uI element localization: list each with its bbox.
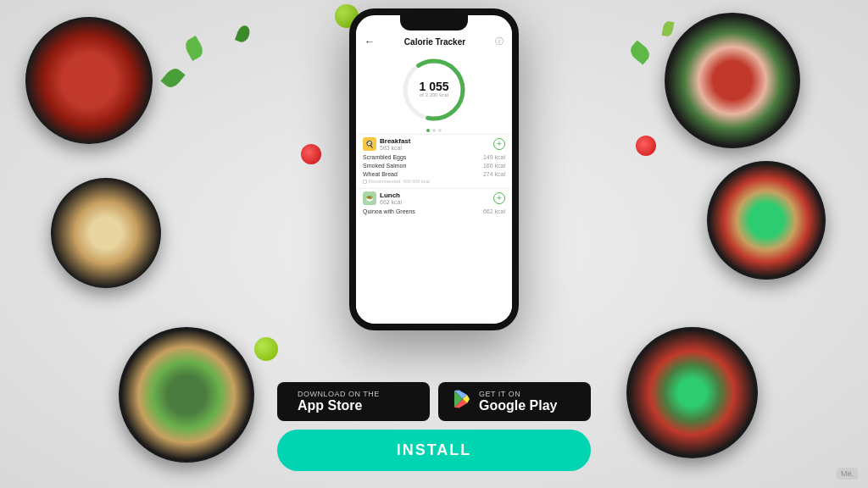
breakfast-name: Breakfast: [380, 137, 410, 145]
lunch-header: 🥗 Lunch 662 kcal +: [363, 191, 505, 205]
google-play-button[interactable]: GET IT ON Google Play: [438, 382, 591, 421]
lunch-icon: 🥗: [363, 191, 376, 205]
google-play-icon: [452, 389, 472, 414]
food-name-quinoa: Quinoa with Greens: [363, 208, 415, 214]
breakfast-add-button[interactable]: +: [493, 138, 505, 150]
calorie-circle-wrap: 1 055 of 2 200 kcal: [356, 51, 512, 127]
rec-checkbox: [363, 180, 367, 184]
food-bowl-top-right: [665, 13, 800, 148]
google-play-large-text: Google Play: [479, 398, 557, 413]
calorie-circle: 1 055 of 2 200 kcal: [400, 56, 468, 124]
calorie-sub-value: of 2 200 kcal: [419, 92, 448, 98]
phone-mockup: ← Calorie Tracker ⓘ 1 055 of 2 200 kcal: [349, 8, 519, 330]
lunch-section: 🥗 Lunch 662 kcal + Quinoa with Greens 66…: [356, 188, 512, 218]
bottom-cta-area: Download on the App Store GET IT ON Goog…: [256, 382, 612, 471]
food-kcal-bread: 274 kcal: [483, 171, 505, 177]
phone-screen: ← Calorie Tracker ⓘ 1 055 of 2 200 kcal: [356, 30, 512, 324]
lime-decor-2: [254, 337, 278, 361]
phone-body: ← Calorie Tracker ⓘ 1 055 of 2 200 kcal: [349, 8, 519, 330]
food-item-bread: Wheat Bread 274 kcal: [363, 169, 505, 178]
food-name-bread: Wheat Bread: [363, 171, 398, 177]
food-bowl-mid-right: [707, 161, 826, 280]
screen-title: Calorie Tracker: [404, 37, 465, 47]
calorie-text: 1 055 of 2 200 kcal: [419, 80, 448, 98]
back-arrow-icon: ←: [364, 36, 375, 47]
food-kcal-quinoa: 662 kcal: [483, 208, 505, 214]
breakfast-kcal: 583 kcal: [380, 145, 410, 151]
lunch-name: Lunch: [380, 191, 402, 199]
calorie-main-value: 1 055: [419, 80, 448, 92]
lunch-kcal: 662 kcal: [380, 199, 402, 205]
app-store-button[interactable]: Download on the App Store: [277, 382, 430, 421]
tomato-decor-2: [636, 136, 656, 156]
google-play-small-text: GET IT ON: [479, 390, 557, 398]
store-buttons-group: Download on the App Store GET IT ON Goog…: [277, 382, 591, 421]
food-name-eggs: Scrambled Eggs: [363, 154, 406, 160]
food-name-salmon: Smoked Salmon: [363, 163, 406, 169]
food-item-salmon: Smoked Salmon 160 kcal: [363, 161, 505, 169]
dot-3: [438, 129, 442, 132]
lunch-add-button[interactable]: +: [493, 192, 505, 204]
app-store-large-text: App Store: [298, 398, 380, 413]
food-item-eggs: Scrambled Eggs 149 kcal: [363, 152, 505, 161]
food-kcal-eggs: 149 kcal: [483, 154, 505, 160]
tomato-decor-1: [301, 144, 321, 164]
breakfast-section: 🍳 Breakfast 583 kcal + Scrambled Eggs 14…: [356, 134, 512, 188]
google-play-text: GET IT ON Google Play: [479, 390, 557, 413]
recommendation-text: Recommended: 400-500 kcal: [363, 178, 505, 186]
food-kcal-salmon: 160 kcal: [483, 163, 505, 169]
app-store-small-text: Download on the: [298, 390, 380, 398]
food-bowl-mid-left: [51, 178, 161, 288]
food-item-quinoa: Quinoa with Greens 662 kcal: [363, 207, 505, 215]
watermark: Me.: [837, 468, 858, 480]
breakfast-header: 🍳 Breakfast 583 kcal +: [363, 137, 505, 151]
dot-indicator: [356, 129, 512, 132]
dot-1: [426, 129, 430, 132]
lunch-title-group: 🥗 Lunch 662 kcal: [363, 191, 402, 205]
phone-notch: [400, 15, 468, 30]
app-store-text: Download on the App Store: [298, 390, 380, 413]
breakfast-title-group: 🍳 Breakfast 583 kcal: [363, 137, 410, 151]
screen-header: ← Calorie Tracker ⓘ: [356, 34, 512, 51]
food-bowl-top-left: [25, 17, 153, 144]
food-bowl-bottom-left: [119, 327, 254, 463]
breakfast-icon: 🍳: [363, 137, 376, 151]
info-icon: ⓘ: [495, 36, 504, 47]
install-button[interactable]: INSTALL: [277, 430, 591, 471]
dot-2: [432, 129, 436, 132]
food-bowl-bottom-right: [626, 327, 758, 458]
